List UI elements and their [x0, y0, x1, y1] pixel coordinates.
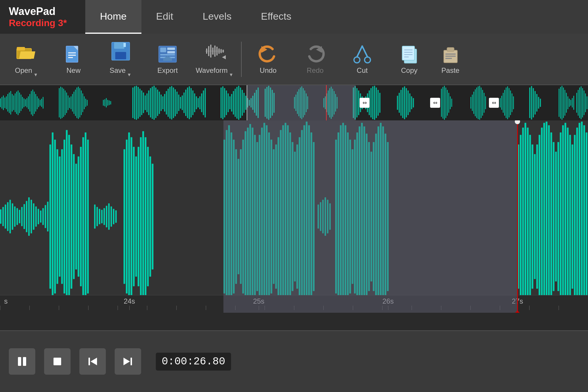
redo-label: Redo	[307, 66, 323, 75]
svg-rect-114	[150, 88, 151, 117]
svg-rect-440	[54, 358, 61, 365]
svg-rect-88	[74, 92, 74, 114]
svg-rect-264	[570, 100, 571, 106]
svg-rect-279	[0, 209, 1, 224]
waveform-label: Waveform	[196, 66, 228, 75]
undo-button[interactable]: Undo	[245, 36, 292, 83]
tab-bar: Home Edit Levels Effects	[85, 0, 588, 34]
svg-rect-154	[235, 89, 236, 117]
svg-rect-59	[16, 92, 17, 114]
svg-rect-113	[148, 90, 149, 115]
svg-rect-84	[68, 95, 69, 110]
export-button[interactable]: Export	[144, 36, 191, 83]
copy-label: Copy	[401, 66, 417, 75]
svg-rect-115	[152, 87, 153, 119]
svg-rect-284	[12, 203, 13, 230]
svg-rect-311	[75, 164, 77, 269]
svg-rect-130	[178, 95, 179, 111]
svg-rect-136	[189, 86, 190, 119]
export-label: Export	[157, 66, 178, 75]
time-display: 0:00:26.80	[156, 353, 231, 371]
next-button[interactable]	[115, 348, 141, 375]
pause-button[interactable]	[9, 348, 35, 375]
save-button[interactable]: Save ▼	[97, 36, 144, 83]
svg-rect-25	[216, 47, 218, 55]
playhead[interactable]	[517, 120, 518, 313]
svg-rect-89	[75, 90, 76, 116]
svg-rect-241	[503, 93, 504, 113]
svg-rect-150	[228, 93, 229, 112]
svg-rect-83	[66, 92, 67, 113]
tab-levels[interactable]: Levels	[188, 0, 246, 34]
copy-button[interactable]: Copy	[386, 36, 433, 83]
svg-rect-124	[168, 89, 169, 117]
svg-rect-197	[358, 90, 359, 115]
svg-rect-51	[4, 97, 5, 108]
paste-button[interactable]: Paste	[433, 36, 468, 83]
svg-point-32	[354, 57, 360, 63]
svg-rect-432	[574, 135, 576, 298]
undo-icon	[256, 44, 280, 65]
open-icon	[15, 41, 38, 62]
overview-waveform[interactable]: // Can't run JS in SVG here, will use ma…	[0, 85, 588, 120]
svg-rect-79	[60, 87, 61, 119]
svg-rect-196	[356, 88, 358, 117]
svg-rect-231	[475, 89, 476, 116]
prev-button[interactable]	[79, 348, 106, 375]
svg-rect-427	[562, 125, 564, 308]
svg-rect-333	[138, 147, 139, 286]
cut-button[interactable]: Cut	[339, 36, 386, 83]
svg-rect-63	[22, 97, 23, 109]
svg-rect-236	[482, 90, 483, 116]
svg-rect-301	[52, 132, 54, 301]
svg-rect-334	[140, 137, 142, 296]
svg-rect-142	[199, 96, 201, 109]
tab-edit[interactable]: Edit	[141, 0, 188, 34]
svg-rect-303	[56, 149, 58, 284]
waveform-area[interactable]: // Can't run JS in SVG here, will use ma…	[0, 85, 588, 330]
new-button[interactable]: New	[50, 36, 97, 83]
svg-rect-129	[176, 92, 178, 114]
selection-handle-2[interactable]: ⇔	[430, 98, 440, 108]
svg-rect-205	[372, 86, 373, 119]
svg-rect-58	[15, 93, 16, 112]
svg-line-35	[362, 46, 368, 57]
selection-handle-1[interactable]: ⇔	[360, 98, 370, 108]
main-waveform[interactable]: s 24s 25s 26s 27s	[0, 120, 588, 313]
open-button[interactable]: Open ▼	[3, 36, 50, 83]
new-icon	[62, 44, 85, 65]
svg-rect-214	[404, 86, 405, 119]
selection-handle-3[interactable]: ⇔	[489, 98, 499, 108]
svg-rect-135	[187, 88, 188, 118]
svg-rect-430	[569, 135, 571, 298]
svg-rect-294	[35, 206, 37, 227]
svg-rect-207	[376, 88, 377, 118]
toolbar: Open ▼ New Save ▼	[0, 34, 588, 85]
svg-rect-70	[32, 90, 33, 116]
svg-rect-321	[103, 208, 105, 225]
svg-rect-240	[501, 96, 502, 110]
svg-rect-225	[448, 93, 449, 113]
timeline-tick	[206, 306, 206, 310]
svg-rect-99	[104, 99, 105, 106]
svg-rect-289	[24, 204, 25, 229]
svg-rect-274	[587, 96, 587, 109]
svg-rect-74	[38, 98, 39, 107]
svg-rect-75	[40, 100, 41, 106]
svg-rect-153	[233, 91, 234, 115]
tab-home[interactable]: Home	[85, 0, 141, 34]
redo-button[interactable]: Redo	[292, 36, 339, 83]
svg-rect-429	[567, 128, 569, 306]
stop-button[interactable]	[44, 348, 71, 375]
svg-rect-122	[164, 94, 165, 112]
tab-effects[interactable]: Effects	[246, 0, 306, 34]
svg-rect-80	[62, 88, 63, 118]
svg-rect-271	[582, 88, 583, 117]
svg-rect-71	[34, 92, 35, 114]
svg-rect-267	[576, 93, 577, 113]
svg-rect-262	[567, 96, 568, 109]
waveform-button[interactable]: Waveform ▼	[191, 36, 238, 83]
svg-rect-296	[40, 211, 41, 223]
svg-rect-123	[166, 91, 167, 115]
svg-rect-46	[445, 58, 452, 59]
